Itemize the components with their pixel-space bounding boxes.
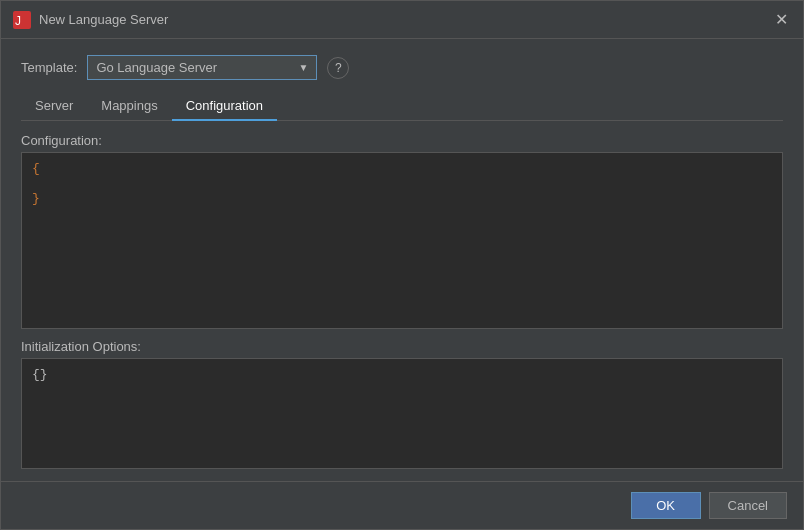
template-label: Template: [21,60,77,75]
cancel-button[interactable]: Cancel [709,492,787,519]
configuration-section: Configuration: { } [21,133,783,329]
open-brace: { [32,161,40,176]
title-bar: J New Language Server ✕ [1,1,803,39]
title-bar-left: J New Language Server [13,11,168,29]
tabs: Server Mappings Configuration [21,92,783,121]
close-brace: } [32,191,40,206]
template-row: Template: Go Language Server ▼ ? [21,55,783,80]
help-button[interactable]: ? [327,57,349,79]
init-options-label: Initialization Options: [21,339,783,354]
configuration-editor[interactable]: { } [21,152,783,329]
init-options-editor[interactable]: {} [21,358,783,469]
dialog: J New Language Server ✕ Template: Go Lan… [0,0,804,530]
dialog-footer: OK Cancel [1,481,803,529]
tab-mappings[interactable]: Mappings [87,92,171,121]
svg-text:J: J [15,14,21,28]
tab-configuration[interactable]: Configuration [172,92,277,121]
template-dropdown[interactable]: Go Language Server ▼ [87,55,317,80]
ok-button[interactable]: OK [631,492,701,519]
tab-server[interactable]: Server [21,92,87,121]
chevron-down-icon: ▼ [298,62,308,73]
content-area: Configuration: { } Initialization Option… [21,133,783,469]
configuration-label: Configuration: [21,133,783,148]
init-options-code: {} [32,367,48,382]
template-selected-value: Go Language Server [96,60,217,75]
dialog-title: New Language Server [39,12,168,27]
init-options-section: Initialization Options: {} [21,339,783,469]
dialog-body: Template: Go Language Server ▼ ? Server … [1,39,803,481]
app-icon: J [13,11,31,29]
close-button[interactable]: ✕ [771,10,791,30]
